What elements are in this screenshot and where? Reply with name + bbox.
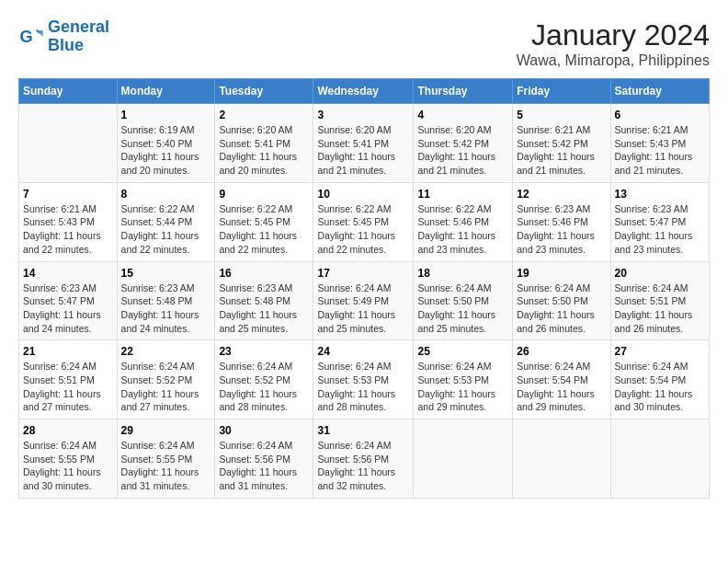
- day-number: 12: [517, 188, 606, 201]
- day-info: Sunrise: 6:22 AMSunset: 5:45 PMDaylight:…: [317, 202, 409, 257]
- day-number: 7: [23, 188, 113, 201]
- calendar-cell: 12Sunrise: 6:23 AMSunset: 5:46 PMDayligh…: [513, 182, 610, 261]
- day-info: Sunrise: 6:24 AMSunset: 5:49 PMDaylight:…: [317, 282, 409, 336]
- logo-icon: G: [18, 24, 44, 50]
- calendar-cell: 3Sunrise: 6:20 AMSunset: 5:41 PMDaylight…: [313, 104, 414, 183]
- day-info: Sunrise: 6:21 AMSunset: 5:43 PMDaylight:…: [23, 202, 113, 257]
- day-info: Sunrise: 6:22 AMSunset: 5:46 PMDaylight:…: [417, 202, 508, 257]
- calendar-cell: [610, 419, 709, 499]
- calendar-cell: 18Sunrise: 6:24 AMSunset: 5:50 PMDayligh…: [414, 261, 513, 340]
- day-info: Sunrise: 6:24 AMSunset: 5:56 PMDaylight:…: [317, 439, 409, 493]
- day-info: Sunrise: 6:24 AMSunset: 5:51 PMDaylight:…: [23, 360, 113, 414]
- day-number: 20: [615, 267, 705, 280]
- logo-line2: Blue: [48, 37, 109, 55]
- day-number: 19: [517, 267, 606, 280]
- day-info: Sunrise: 6:24 AMSunset: 5:50 PMDaylight:…: [517, 282, 606, 336]
- day-number: 18: [417, 267, 508, 280]
- calendar-cell: 22Sunrise: 6:24 AMSunset: 5:52 PMDayligh…: [117, 340, 215, 419]
- weekday-header-thursday: Thursday: [414, 79, 513, 104]
- calendar-cell: 20Sunrise: 6:24 AMSunset: 5:51 PMDayligh…: [610, 261, 709, 340]
- day-info: Sunrise: 6:24 AMSunset: 5:56 PMDaylight:…: [219, 439, 309, 493]
- calendar-cell: 5Sunrise: 6:21 AMSunset: 5:42 PMDaylight…: [513, 104, 610, 183]
- calendar-week-row: 28Sunrise: 6:24 AMSunset: 5:55 PMDayligh…: [19, 419, 710, 499]
- calendar-body: 1Sunrise: 6:19 AMSunset: 5:40 PMDaylight…: [19, 104, 710, 499]
- day-info: Sunrise: 6:24 AMSunset: 5:53 PMDaylight:…: [417, 360, 508, 414]
- calendar-cell: 17Sunrise: 6:24 AMSunset: 5:49 PMDayligh…: [313, 261, 414, 340]
- day-number: 15: [121, 267, 211, 280]
- page-header: G General Blue January 2024 Wawa, Mimaro…: [18, 18, 710, 69]
- calendar-cell: 13Sunrise: 6:23 AMSunset: 5:47 PMDayligh…: [610, 182, 709, 261]
- calendar-cell: [19, 104, 118, 183]
- day-number: 16: [219, 267, 309, 280]
- day-info: Sunrise: 6:23 AMSunset: 5:46 PMDaylight:…: [517, 202, 606, 257]
- weekday-header-saturday: Saturday: [610, 79, 709, 104]
- calendar-week-row: 14Sunrise: 6:23 AMSunset: 5:47 PMDayligh…: [19, 261, 710, 340]
- day-number: 5: [517, 109, 606, 121]
- calendar-subtitle: Wawa, Mimaropa, Philippines: [517, 52, 710, 69]
- day-info: Sunrise: 6:24 AMSunset: 5:54 PMDaylight:…: [517, 360, 606, 414]
- calendar-cell: 21Sunrise: 6:24 AMSunset: 5:51 PMDayligh…: [19, 340, 118, 419]
- calendar-week-row: 21Sunrise: 6:24 AMSunset: 5:51 PMDayligh…: [19, 340, 710, 419]
- calendar-cell: [414, 419, 513, 499]
- day-info: Sunrise: 6:21 AMSunset: 5:43 PMDaylight:…: [615, 123, 705, 178]
- day-number: 23: [219, 345, 309, 358]
- day-number: 21: [23, 345, 113, 358]
- weekday-header-wednesday: Wednesday: [313, 79, 414, 104]
- day-number: 10: [317, 188, 409, 201]
- calendar-cell: 8Sunrise: 6:22 AMSunset: 5:44 PMDaylight…: [117, 182, 215, 261]
- day-number: 29: [121, 424, 211, 437]
- calendar-cell: 11Sunrise: 6:22 AMSunset: 5:46 PMDayligh…: [414, 182, 513, 261]
- weekday-header-monday: Monday: [117, 79, 215, 104]
- day-info: Sunrise: 6:23 AMSunset: 5:47 PMDaylight:…: [23, 282, 113, 336]
- day-info: Sunrise: 6:20 AMSunset: 5:41 PMDaylight:…: [317, 123, 409, 178]
- day-info: Sunrise: 6:24 AMSunset: 5:52 PMDaylight:…: [121, 360, 211, 414]
- svg-marker-2: [38, 30, 43, 37]
- calendar-cell: 14Sunrise: 6:23 AMSunset: 5:47 PMDayligh…: [19, 261, 118, 340]
- day-info: Sunrise: 6:19 AMSunset: 5:40 PMDaylight:…: [121, 123, 211, 178]
- calendar-cell: 27Sunrise: 6:24 AMSunset: 5:54 PMDayligh…: [610, 340, 709, 419]
- day-number: 6: [615, 109, 705, 121]
- calendar-cell: 28Sunrise: 6:24 AMSunset: 5:55 PMDayligh…: [19, 419, 118, 499]
- day-info: Sunrise: 6:20 AMSunset: 5:42 PMDaylight:…: [417, 123, 508, 178]
- day-number: 17: [317, 267, 409, 280]
- calendar-cell: [513, 419, 610, 499]
- day-number: 31: [317, 424, 409, 437]
- logo: G General Blue: [18, 18, 109, 55]
- day-info: Sunrise: 6:23 AMSunset: 5:47 PMDaylight:…: [615, 202, 705, 257]
- day-number: 2: [219, 109, 309, 121]
- day-number: 27: [615, 345, 705, 358]
- title-block: January 2024 Wawa, Mimaropa, Philippines: [517, 18, 710, 69]
- calendar-cell: 2Sunrise: 6:20 AMSunset: 5:41 PMDaylight…: [215, 104, 313, 183]
- calendar-cell: 25Sunrise: 6:24 AMSunset: 5:53 PMDayligh…: [414, 340, 513, 419]
- calendar-cell: 9Sunrise: 6:22 AMSunset: 5:45 PMDaylight…: [215, 182, 313, 261]
- calendar-cell: 23Sunrise: 6:24 AMSunset: 5:52 PMDayligh…: [215, 340, 313, 419]
- day-number: 8: [121, 188, 211, 201]
- day-number: 9: [219, 188, 309, 201]
- weekday-header-sunday: Sunday: [19, 79, 118, 104]
- day-number: 25: [417, 345, 508, 358]
- calendar-cell: 7Sunrise: 6:21 AMSunset: 5:43 PMDaylight…: [19, 182, 118, 261]
- calendar-cell: 26Sunrise: 6:24 AMSunset: 5:54 PMDayligh…: [513, 340, 610, 419]
- day-info: Sunrise: 6:24 AMSunset: 5:55 PMDaylight:…: [121, 439, 211, 493]
- calendar-cell: 15Sunrise: 6:23 AMSunset: 5:48 PMDayligh…: [117, 261, 215, 340]
- logo-line1: General: [48, 17, 109, 36]
- calendar-cell: 16Sunrise: 6:23 AMSunset: 5:48 PMDayligh…: [215, 261, 313, 340]
- calendar-header: SundayMondayTuesdayWednesdayThursdayFrid…: [19, 79, 710, 104]
- day-info: Sunrise: 6:24 AMSunset: 5:51 PMDaylight:…: [615, 282, 705, 336]
- calendar-week-row: 1Sunrise: 6:19 AMSunset: 5:40 PMDaylight…: [19, 104, 710, 183]
- day-number: 30: [219, 424, 309, 437]
- day-number: 14: [23, 267, 113, 280]
- day-info: Sunrise: 6:21 AMSunset: 5:42 PMDaylight:…: [517, 123, 606, 178]
- calendar-title: January 2024: [517, 18, 710, 52]
- day-info: Sunrise: 6:23 AMSunset: 5:48 PMDaylight:…: [219, 282, 309, 336]
- day-number: 22: [121, 345, 211, 358]
- logo-text: General Blue: [48, 18, 109, 55]
- calendar-table: SundayMondayTuesdayWednesdayThursdayFrid…: [18, 78, 710, 499]
- day-info: Sunrise: 6:24 AMSunset: 5:52 PMDaylight:…: [219, 360, 309, 414]
- day-number: 26: [517, 345, 606, 358]
- day-info: Sunrise: 6:24 AMSunset: 5:53 PMDaylight:…: [317, 360, 409, 414]
- day-number: 24: [317, 345, 409, 358]
- day-info: Sunrise: 6:20 AMSunset: 5:41 PMDaylight:…: [219, 123, 309, 178]
- calendar-week-row: 7Sunrise: 6:21 AMSunset: 5:43 PMDaylight…: [19, 182, 710, 261]
- svg-text:G: G: [19, 27, 32, 45]
